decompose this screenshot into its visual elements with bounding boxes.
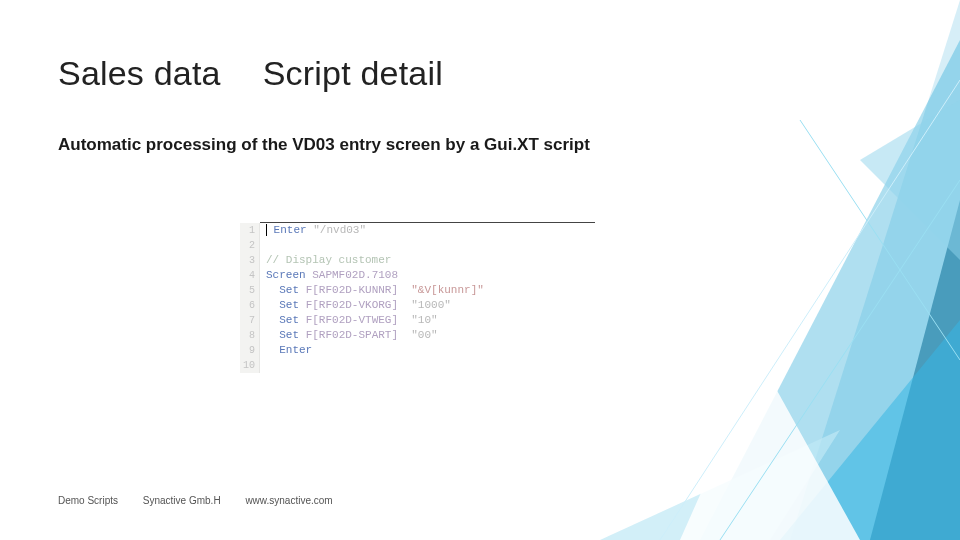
code-text: Set F[RF02D-VTWEG] "10" — [260, 313, 438, 328]
code-text: Set F[RF02D-KUNNR] "&V[kunnr]" — [260, 283, 484, 298]
svg-marker-4 — [600, 430, 840, 540]
line-number: 8 — [240, 328, 260, 343]
line-number: 1 — [240, 223, 260, 238]
code-line: 5 Set F[RF02D-KUNNR] "&V[kunnr]" — [240, 283, 580, 298]
code-text — [260, 358, 266, 373]
code-line: 4Screen SAPMF02D.7108 — [240, 268, 580, 283]
code-text: // Display customer — [260, 253, 391, 268]
code-text: Set F[RF02D-VKORG] "1000" — [260, 298, 451, 313]
svg-marker-0 — [790, 0, 960, 540]
title-left: Sales data — [58, 54, 221, 92]
svg-marker-2 — [870, 200, 960, 540]
svg-line-9 — [660, 80, 960, 540]
footer: Demo Scripts Synactive Gmb.H www.synacti… — [58, 495, 355, 506]
svg-line-8 — [720, 180, 960, 540]
line-number: 3 — [240, 253, 260, 268]
svg-marker-3 — [780, 320, 960, 540]
footer-url: www.synactive.com — [245, 495, 332, 506]
code-text: Enter — [260, 343, 312, 358]
line-number: 7 — [240, 313, 260, 328]
code-text: Enter "/nvd03" — [260, 223, 366, 238]
title-right: Script detail — [263, 54, 443, 92]
line-number: 10 — [240, 358, 260, 373]
code-line: 7 Set F[RF02D-VTWEG] "10" — [240, 313, 580, 328]
svg-marker-1 — [700, 40, 960, 540]
code-line: 6 Set F[RF02D-VKORG] "1000" — [240, 298, 580, 313]
footer-demo: Demo Scripts — [58, 495, 118, 506]
line-number: 2 — [240, 238, 260, 253]
svg-marker-5 — [860, 100, 960, 260]
slide: Sales dataScript detail Automatic proces… — [0, 0, 960, 540]
slide-subtitle: Automatic processing of the VD03 entry s… — [58, 135, 590, 155]
code-line: 10 — [240, 358, 580, 373]
line-number: 6 — [240, 298, 260, 313]
line-number: 5 — [240, 283, 260, 298]
code-line: 9 Enter — [240, 343, 580, 358]
code-line: 1 Enter "/nvd03" — [240, 223, 580, 238]
code-text: Screen SAPMF02D.7108 — [260, 268, 398, 283]
code-line: 3// Display customer — [240, 253, 580, 268]
slide-title: Sales dataScript detail — [58, 54, 443, 93]
code-line: 2 — [240, 238, 580, 253]
decorative-triangles — [540, 0, 960, 540]
code-block: 1 Enter "/nvd03"23// Display customer4Sc… — [240, 222, 580, 373]
line-number: 4 — [240, 268, 260, 283]
svg-line-7 — [800, 120, 960, 360]
code-text — [260, 238, 266, 253]
line-number: 9 — [240, 343, 260, 358]
code-text: Set F[RF02D-SPART] "00" — [260, 328, 438, 343]
code-line: 8 Set F[RF02D-SPART] "00" — [240, 328, 580, 343]
svg-marker-6 — [680, 360, 860, 540]
footer-company: Synactive Gmb.H — [143, 495, 221, 506]
